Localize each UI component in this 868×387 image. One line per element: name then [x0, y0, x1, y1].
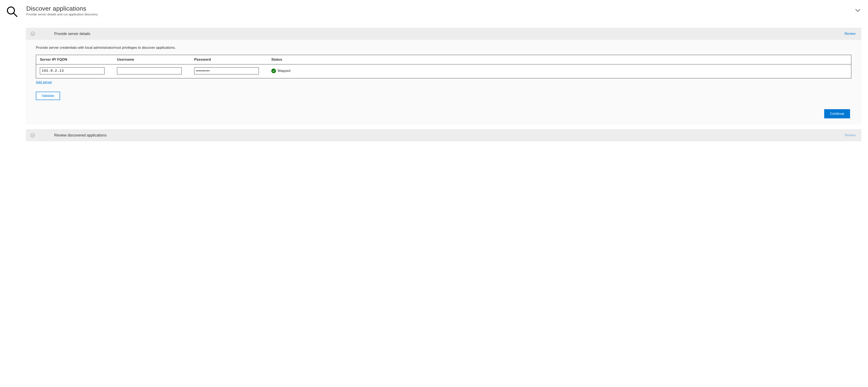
page-subtitle: Provide server details and run applicati… [26, 12, 846, 16]
cell-server-ip [40, 67, 117, 74]
step-header-server-details: Provide server details Review [26, 28, 861, 40]
username-input[interactable] [117, 67, 182, 74]
status-label: Mapped [278, 69, 290, 73]
col-status: Status [271, 58, 847, 62]
step-review-link-review-apps[interactable]: Review [845, 133, 856, 137]
password-input[interactable] [194, 67, 259, 74]
servers-table: Server IP/ FQDN Username Password Status [36, 55, 851, 78]
table-row: Mapped [36, 64, 851, 78]
step-review-link-server-details[interactable]: Review [845, 32, 856, 36]
step-header-review-apps: Review discovered applications Review [26, 129, 861, 141]
col-password: Password [194, 58, 271, 62]
step-title-server-details: Provide server details [54, 32, 845, 36]
status-success-icon [271, 69, 276, 73]
page-header: Discover applications Provide server det… [6, 5, 861, 24]
step-body-server-details: Provide server credentials with local ad… [26, 40, 861, 125]
svg-point-0 [7, 7, 14, 14]
continue-button[interactable]: Continue [824, 109, 850, 118]
step-complete-icon [30, 31, 35, 36]
col-username: Username [117, 58, 194, 62]
col-server-ip: Server IP/ FQDN [40, 58, 117, 62]
step-review-apps: Review discovered applications Review [26, 129, 861, 141]
svg-line-1 [13, 13, 17, 17]
add-server-link[interactable]: Add server [36, 80, 52, 84]
svg-point-3 [31, 133, 35, 137]
server-ip-input[interactable] [40, 67, 104, 74]
instruction-text: Provide server credentials with local ad… [36, 46, 851, 50]
step-pending-icon [30, 133, 35, 137]
table-header: Server IP/ FQDN Username Password Status [36, 55, 851, 64]
validate-button[interactable]: Validate [36, 92, 60, 100]
cell-status: Mapped [271, 69, 847, 73]
svg-point-2 [31, 32, 35, 36]
collapse-toggle[interactable] [854, 7, 861, 14]
step-server-details: Provide server details Review Provide se… [26, 28, 861, 125]
search-icon [6, 5, 18, 18]
cell-password [194, 67, 271, 74]
step-title-review-apps: Review discovered applications [54, 133, 845, 137]
cell-username [117, 67, 194, 74]
page-title: Discover applications [26, 5, 846, 12]
